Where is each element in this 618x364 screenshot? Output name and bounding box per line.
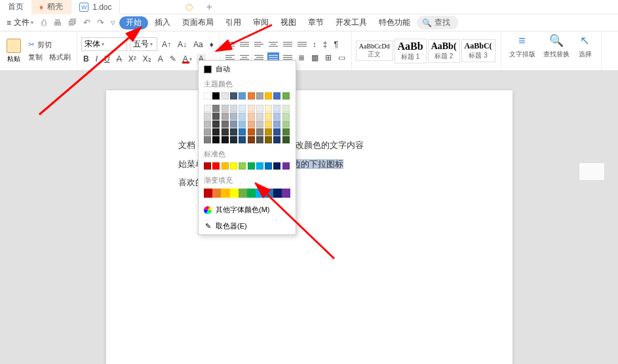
menu-insert[interactable]: 插入 <box>149 14 176 31</box>
change-case-button[interactable]: Aa <box>191 39 205 50</box>
color-swatch[interactable] <box>248 92 255 100</box>
eyedropper-item[interactable]: ✎ 取色器(E) <box>199 218 296 234</box>
color-swatch[interactable] <box>212 113 220 120</box>
tab-add[interactable]: + <box>201 1 217 13</box>
menu-reference[interactable]: 引用 <box>220 14 246 31</box>
show-marks-button[interactable]: ¶ <box>332 39 340 50</box>
style-normal[interactable]: AaBbCcDd 正文 <box>356 41 393 61</box>
decrease-indent-button[interactable] <box>282 39 294 50</box>
dropdown-icon[interactable]: ▿ <box>108 18 118 27</box>
redo-icon[interactable]: ↷ <box>94 18 107 27</box>
menu-start[interactable]: 开始 <box>119 16 148 29</box>
increase-indent-button[interactable] <box>296 39 308 50</box>
cut-button[interactable]: ✂ 剪切 <box>26 39 73 50</box>
color-swatch[interactable] <box>212 136 220 143</box>
color-swatch[interactable] <box>256 128 263 136</box>
menu-devtools[interactable]: 开发工具 <box>330 14 372 31</box>
bold-button[interactable]: B <box>81 54 91 64</box>
color-swatch[interactable] <box>230 128 237 136</box>
tab-home[interactable]: 首页 <box>0 0 31 14</box>
superscript-button[interactable]: X² <box>126 54 138 64</box>
color-swatch[interactable] <box>204 136 211 143</box>
color-swatch[interactable] <box>204 120 211 128</box>
color-swatch[interactable] <box>230 136 237 143</box>
text-effects-button[interactable]: A <box>156 54 165 64</box>
color-swatch[interactable] <box>282 189 290 198</box>
color-swatch[interactable] <box>273 162 280 170</box>
color-swatch[interactable] <box>204 128 211 136</box>
color-swatch[interactable] <box>265 128 272 136</box>
color-swatch[interactable] <box>265 113 272 120</box>
menu-view[interactable]: 视图 <box>275 14 301 31</box>
color-swatch[interactable] <box>222 113 229 120</box>
font-name-combo[interactable]: 宋体▾ <box>81 37 127 51</box>
color-swatch[interactable] <box>282 92 290 100</box>
underline-button[interactable]: U <box>102 54 112 64</box>
color-swatch[interactable] <box>256 189 264 198</box>
copy-button[interactable]: 复制 <box>26 52 45 63</box>
color-swatch[interactable] <box>273 128 280 136</box>
color-swatch[interactable] <box>239 128 246 136</box>
italic-button[interactable]: I <box>94 54 100 64</box>
color-swatch[interactable] <box>230 92 237 100</box>
color-swatch[interactable] <box>256 120 263 128</box>
format-painter-button[interactable]: 格式刷 <box>47 52 73 63</box>
color-swatch[interactable] <box>248 120 255 128</box>
color-swatch[interactable] <box>221 189 229 198</box>
color-swatch[interactable] <box>248 105 255 112</box>
color-swatch[interactable] <box>204 92 211 100</box>
color-swatch[interactable] <box>256 162 263 170</box>
color-swatch[interactable] <box>265 105 272 112</box>
text-layout-button[interactable]: ≡ 文字排版 <box>505 33 539 69</box>
color-swatch[interactable] <box>230 105 237 112</box>
color-swatch[interactable] <box>273 105 280 112</box>
color-swatch[interactable] <box>212 128 220 136</box>
color-swatch[interactable] <box>256 92 263 100</box>
grow-font-button[interactable]: A↑ <box>160 39 173 50</box>
color-swatch[interactable] <box>230 162 237 170</box>
style-heading2[interactable]: AaBb( 标题 2 <box>428 39 460 63</box>
color-swatch[interactable] <box>212 105 220 112</box>
color-swatch[interactable] <box>222 105 229 112</box>
menu-review[interactable]: 审阅 <box>248 14 274 31</box>
shrink-font-button[interactable]: A↓ <box>176 39 189 50</box>
color-swatch[interactable] <box>204 189 212 198</box>
cell-border-button[interactable]: ▭ <box>336 52 347 63</box>
color-swatch[interactable] <box>248 136 255 143</box>
color-swatch[interactable] <box>230 113 237 120</box>
sort-button[interactable]: ↕ <box>311 39 319 50</box>
color-swatch[interactable] <box>212 189 221 198</box>
line-spacing-button[interactable]: ‡ <box>321 39 330 50</box>
color-swatch[interactable] <box>247 189 256 198</box>
color-swatch[interactable] <box>204 162 211 170</box>
color-swatch[interactable] <box>248 128 255 136</box>
color-swatch[interactable] <box>222 162 229 170</box>
color-swatch[interactable] <box>222 136 229 143</box>
spacing-button[interactable]: ≣ <box>296 52 307 63</box>
color-swatch[interactable] <box>212 120 220 128</box>
color-swatch[interactable] <box>204 105 211 112</box>
color-swatch[interactable] <box>265 136 272 143</box>
more-colors-item[interactable]: 其他字体颜色(M) <box>199 202 296 218</box>
color-swatch[interactable] <box>265 120 272 128</box>
color-swatch[interactable] <box>282 105 290 112</box>
color-auto-item[interactable]: 自动 <box>199 61 296 77</box>
file-menu[interactable]: ≡ 文件 ▾ <box>3 17 37 28</box>
color-swatch[interactable] <box>212 92 220 100</box>
color-swatch[interactable] <box>282 136 290 143</box>
save-icon[interactable]: ⎙ <box>39 18 49 27</box>
shading-button[interactable]: ▦ <box>309 52 320 63</box>
bullets-button[interactable] <box>224 39 236 50</box>
color-swatch[interactable] <box>230 189 239 198</box>
undo-icon[interactable]: ↶ <box>81 18 93 27</box>
search-box[interactable]: 🔍 查找 <box>417 16 458 29</box>
color-swatch[interactable] <box>282 162 290 170</box>
color-swatch[interactable] <box>239 189 247 198</box>
font-color-button[interactable]: A▾ <box>181 54 194 64</box>
color-swatch[interactable] <box>239 105 246 112</box>
color-swatch[interactable] <box>273 120 280 128</box>
tab-document[interactable]: W 1.doc <box>71 0 120 14</box>
color-swatch[interactable] <box>273 189 282 198</box>
find-replace-button[interactable]: 🔍 查找替换 <box>539 33 573 69</box>
strike-button[interactable]: A <box>115 54 124 64</box>
